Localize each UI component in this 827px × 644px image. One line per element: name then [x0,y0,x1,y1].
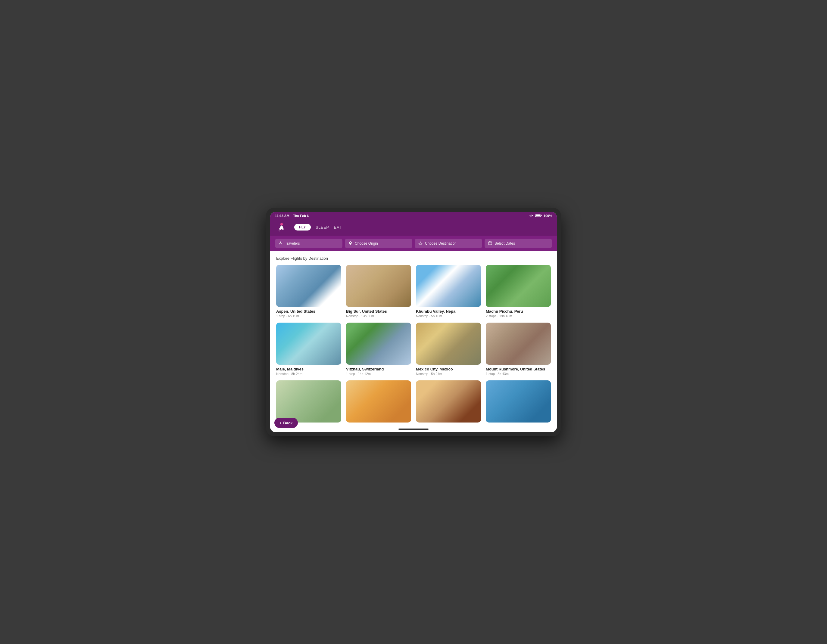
origin-placeholder: Choose Origin [355,241,378,246]
destination-card-machu[interactable]: Machu Picchu, Peru2 stops · 19h 40m [486,265,551,318]
status-bar: 11:13 AM Thu Feb 6 100% [270,212,557,219]
travelers-field[interactable]: Travelers [275,239,342,248]
destination-info-vitznau: 1 stop · 14h 12m [346,372,411,376]
status-right: 100% [529,214,552,218]
dates-field[interactable]: Select Dates [485,239,552,248]
search-bar: Travelers Choose Origin Choose Destinati… [270,236,557,251]
travelers-placeholder: Travelers [285,241,300,246]
svg-rect-1 [541,215,541,216]
travelers-icon [279,241,282,246]
destination-image-aspen [276,265,341,307]
tablet-screen: 11:13 AM Thu Feb 6 100% [270,212,557,432]
nav-tab-sleep[interactable]: SLEEP [316,224,329,231]
destination-image-bigsur [346,265,411,307]
nav-row: FLY SLEEP EAT [276,222,551,233]
destination-image-vitznau [346,323,411,365]
status-time: 11:13 AM [275,214,289,218]
destination-name-mexico: Mexico City, Mexico [416,367,481,371]
destination-image-male [276,323,341,365]
svg-point-4 [280,242,281,243]
tablet-frame: 11:13 AM Thu Feb 6 100% [266,208,561,436]
battery-icon [535,214,542,218]
destination-name-rushmore: Mount Rushmore, United States [486,367,551,371]
destination-icon [418,241,423,246]
destination-info-aspen: 1 stop · 6h 15m [276,314,341,318]
back-button[interactable]: ‹ Back [275,418,298,428]
svg-point-6 [350,242,351,243]
nav-tabs: FLY SLEEP EAT [294,224,342,231]
back-chevron: ‹ [280,420,281,425]
destination-card-bigsur[interactable]: Big Sur, United StatesNonstop · 13h 30m [346,265,411,318]
destination-card-male[interactable]: Malè, MaldivesNonstop · 8h 24m [276,323,341,376]
destination-card-aspen[interactable]: Aspen, United States1 stop · 6h 15m [276,265,341,318]
nav-tab-eat[interactable]: EAT [334,224,342,231]
destination-info-machu: 2 stops · 19h 40m [486,314,551,318]
origin-field[interactable]: Choose Origin [345,239,412,248]
origin-icon [348,241,353,246]
destination-image-row3c [416,380,481,423]
status-time-date: 11:13 AM Thu Feb 6 [275,214,309,218]
status-date: Thu Feb 6 [293,214,309,218]
brand-logo [276,222,287,233]
destination-card-row3d[interactable] [486,380,551,425]
dates-placeholder: Select Dates [495,241,515,246]
destination-name-machu: Machu Picchu, Peru [486,309,551,314]
destination-card-row3b[interactable] [346,380,411,425]
section-title: Explore Flights by Destination [276,256,551,261]
nav-tab-fly[interactable]: FLY [294,224,311,230]
app-header: FLY SLEEP EAT [270,219,557,236]
destination-image-khumbu [416,265,481,307]
destination-placeholder: Choose Destination [425,241,457,246]
home-indicator [398,429,429,430]
destinations-grid: Aspen, United States1 stop · 6h 15mBig S… [276,265,551,425]
svg-rect-7 [488,242,492,245]
destination-image-row3a [276,380,341,423]
svg-rect-2 [535,215,540,216]
destination-name-vitznau: Vitznau, Switzerland [346,367,411,371]
bottom-bar [270,427,557,432]
main-content: Explore Flights by Destination Aspen, Un… [270,251,557,427]
destination-name-khumbu: Khumbu Valley, Nepal [416,309,481,314]
svg-point-3 [280,223,283,226]
destination-card-rushmore[interactable]: Mount Rushmore, United States1 stop · 5h… [486,323,551,376]
destination-name-bigsur: Big Sur, United States [346,309,411,314]
destination-info-mexico: Nonstop · 5h 24m [416,372,481,376]
destination-image-mexico [416,323,481,365]
destination-info-male: Nonstop · 8h 24m [276,372,341,376]
destination-info-khumbu: Nonstop · 5h 16m [416,314,481,318]
destination-name-aspen: Aspen, United States [276,309,341,314]
destination-card-row3c[interactable] [416,380,481,425]
dates-icon [488,241,492,246]
destination-image-machu [486,265,551,307]
destination-card-khumbu[interactable]: Khumbu Valley, NepalNonstop · 5h 16m [416,265,481,318]
back-label: Back [283,421,292,425]
destination-image-row3d [486,380,551,423]
destination-card-mexico[interactable]: Mexico City, MexicoNonstop · 5h 24m [416,323,481,376]
destination-field[interactable]: Choose Destination [415,239,482,248]
wifi-icon [529,214,534,218]
destination-image-row3b [346,380,411,423]
destination-info-rushmore: 1 stop · 5h 43m [486,372,551,376]
destination-name-male: Malè, Maldives [276,367,341,371]
battery-percent: 100% [544,214,552,218]
destination-info-bigsur: Nonstop · 13h 30m [346,314,411,318]
destination-image-rushmore [486,323,551,365]
destination-card-vitznau[interactable]: Vitznau, Switzerland1 stop · 14h 12m [346,323,411,376]
